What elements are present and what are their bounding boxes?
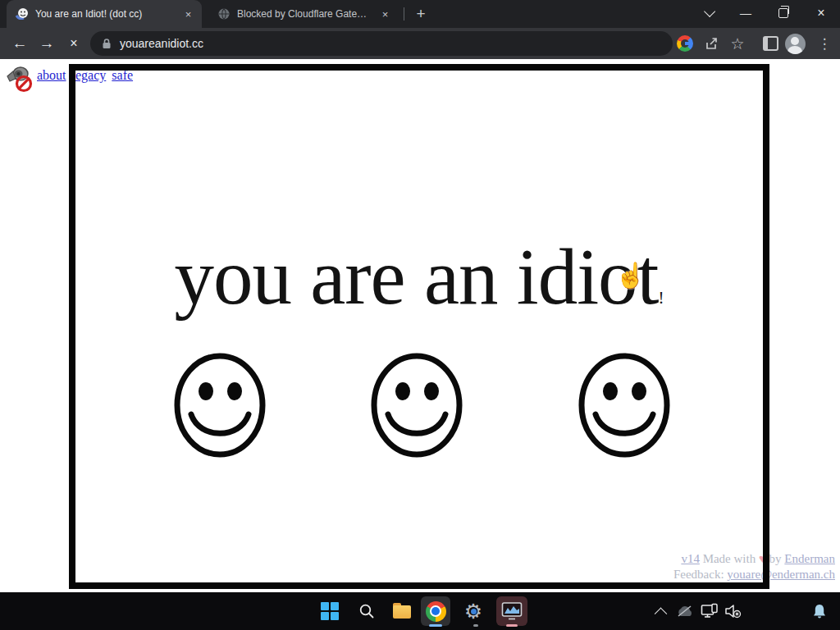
tab-strip: You are an Idiot! (dot cc) × Blocked by … (0, 0, 840, 28)
about-link[interactable]: about (37, 68, 66, 82)
headline-main: you are an idiot (174, 233, 658, 321)
share-icon (704, 36, 719, 51)
smiley-face (369, 350, 464, 460)
restore-button[interactable] (765, 0, 802, 26)
onedrive-status-button[interactable] (675, 601, 695, 621)
task-manager-button[interactable] (496, 596, 527, 626)
menu-button[interactable]: ⋮ (814, 33, 835, 54)
side-panel-icon (763, 36, 778, 51)
globe-favicon-icon (217, 7, 231, 21)
smiley-face (577, 350, 672, 460)
google-g-icon (677, 35, 693, 52)
windows-logo-icon (321, 602, 339, 620)
hand-cursor-icon: ☝ (615, 261, 646, 290)
share-button[interactable] (701, 33, 722, 54)
window-controls: — × (689, 0, 840, 26)
tab-search-chevron-button[interactable] (689, 0, 727, 26)
speaker-mute-icon (724, 603, 742, 619)
tab-title: Blocked by Cloudflare Gateway (237, 8, 372, 20)
lock-icon (102, 38, 112, 49)
tab-blocked-by-cloudflare[interactable]: Blocked by Cloudflare Gateway × (208, 0, 399, 28)
smiley-face (172, 350, 267, 460)
headline-text: you are an idiot! (75, 231, 763, 322)
cast-device-button[interactable] (700, 601, 719, 621)
stop-loading-button[interactable]: × (61, 30, 87, 57)
tab-divider (404, 7, 404, 21)
settings-running-indicator (473, 624, 478, 627)
back-button[interactable]: ← (7, 30, 33, 57)
gear-center-dot (471, 609, 477, 614)
page-content: aboutlegacysafe v14 Made with ♥ by Ender… (0, 59, 840, 592)
cloud-slash-icon (676, 605, 694, 618)
tray-overflow-button[interactable] (651, 601, 670, 621)
task-manager-running-indicator (506, 624, 518, 627)
address-bar[interactable]: youareanidiot.cc (90, 31, 673, 56)
by-text: by (769, 552, 782, 565)
chevron-down-icon (704, 6, 715, 17)
tab-title: You are an Idiot! (dot cc) (35, 8, 175, 20)
chrome-active-indicator (429, 624, 442, 627)
url-text: youareanidiot.cc (120, 37, 203, 50)
chevron-up-icon (654, 607, 667, 620)
task-manager-icon (501, 601, 523, 621)
close-window-button[interactable]: × (802, 0, 840, 26)
bookmark-star-button[interactable]: ☆ (727, 33, 748, 54)
file-explorer-button[interactable] (392, 601, 412, 621)
restore-icon (778, 8, 788, 18)
prank-frame: you are an idiot! (69, 64, 769, 589)
google-search-icon[interactable] (674, 33, 696, 54)
settings-button[interactable]: ⚙ (463, 601, 483, 621)
chrome-taskbar-button[interactable] (421, 596, 450, 626)
search-icon (358, 603, 375, 619)
muted-speaker-icon[interactable] (4, 64, 34, 97)
volume-muted-button[interactable] (723, 601, 742, 621)
bell-icon (811, 603, 828, 620)
avatar-icon (785, 34, 806, 54)
chrome-icon (426, 601, 446, 622)
new-tab-button[interactable]: + (412, 5, 430, 23)
browser-toolbar: ← → × youareanidiot.cc ☆ ⋮ (0, 28, 840, 59)
notifications-button[interactable] (810, 601, 829, 621)
start-button[interactable] (320, 601, 340, 621)
taskbar: ⚙ 9:37 AM 1 (0, 592, 840, 630)
side-panel-button[interactable] (760, 33, 781, 54)
smiley-favicon-icon (16, 7, 29, 21)
minimize-button[interactable]: — (727, 0, 765, 26)
forward-button[interactable]: → (34, 30, 60, 57)
tab-close-icon[interactable]: × (378, 7, 392, 21)
tab-close-icon[interactable]: × (181, 7, 195, 21)
search-button[interactable] (357, 601, 377, 621)
monitor-phone-icon (701, 603, 719, 619)
tab-you-are-an-idiot[interactable]: You are an Idiot! (dot cc) × (7, 0, 202, 28)
author-link[interactable]: Enderman (784, 552, 835, 565)
profile-avatar-button[interactable] (784, 33, 806, 54)
headline-bang: ! (659, 288, 664, 308)
folder-icon (393, 605, 411, 619)
